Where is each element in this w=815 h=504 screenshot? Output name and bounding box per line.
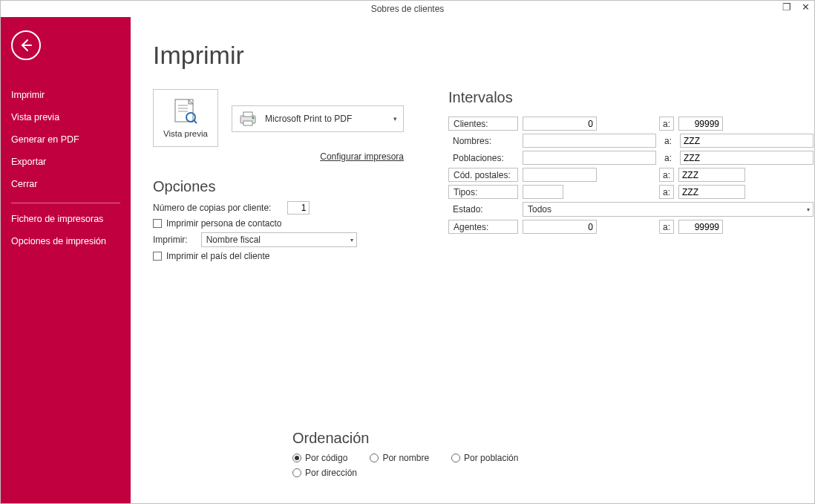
orden-direccion-label: Por dirección: [305, 468, 357, 478]
orden-row-2: Por dirección: [292, 468, 792, 478]
nombres-label: Nombres:: [448, 136, 518, 146]
sidebar-item-label: Vista previa: [11, 112, 59, 122]
radio-icon: [370, 454, 379, 462]
agentes-to-input[interactable]: [678, 220, 723, 234]
print-country-label: Imprimir el país del cliente: [166, 251, 269, 261]
poblaciones-label: Poblaciones:: [448, 153, 518, 163]
copies-input[interactable]: [287, 201, 310, 215]
svg-line-6: [194, 120, 197, 123]
sidebar-item-label: Fichero de impresoras: [11, 214, 103, 224]
sidebar-item-fichero-impresoras[interactable]: Fichero de impresoras: [11, 208, 120, 230]
orden-poblacion[interactable]: Por población: [451, 453, 518, 463]
print-country-row: Imprimir el país del cliente: [153, 251, 404, 261]
iv-row-poblaciones: Poblaciones: a:: [448, 151, 814, 165]
chevron-down-icon: ▾: [393, 115, 397, 122]
window-title: Sobres de clientes: [371, 4, 445, 14]
sidebar-item-opciones-impresion[interactable]: Opciones de impresión: [11, 230, 120, 252]
clientes-a-button[interactable]: a:: [659, 117, 674, 131]
codpost-to-input[interactable]: [678, 168, 745, 182]
agentes-label-button[interactable]: Agentes:: [448, 220, 518, 234]
back-button[interactable]: [11, 30, 41, 60]
tipos-to-input[interactable]: [678, 185, 745, 199]
main-panel: Imprimir: [131, 17, 814, 503]
window-controls: ❐ ✕: [782, 2, 810, 12]
titlebar: Sobres de clientes ❐ ✕: [1, 1, 814, 17]
tipos-label-button[interactable]: Tipos:: [448, 185, 518, 199]
print-field-select[interactable]: Nombre fiscal ▾: [201, 232, 357, 247]
clientes-from-input[interactable]: [523, 117, 597, 131]
print-contact-row: Imprimir persona de contacto: [153, 218, 404, 229]
ordenacion-heading: Ordenación: [292, 430, 792, 447]
sidebar-item-exportar[interactable]: Exportar: [11, 151, 120, 173]
codpost-label: Cód. postales:: [454, 170, 511, 180]
print-country-checkbox[interactable]: [153, 252, 162, 261]
codpost-label-button[interactable]: Cód. postales:: [448, 168, 518, 182]
body: Imprimir Vista previa Generar en PDF Exp…: [1, 17, 814, 503]
clientes-to-input[interactable]: [678, 117, 723, 131]
clientes-label: Clientes:: [454, 119, 488, 129]
sidebar-item-label: Imprimir: [11, 90, 45, 100]
intervalos-column: Intervalos Clientes: a: Nombres: a:: [448, 89, 814, 237]
a-label: a:: [661, 153, 675, 163]
sidebar-item-imprimir[interactable]: Imprimir: [11, 84, 120, 106]
sidebar: Imprimir Vista previa Generar en PDF Exp…: [1, 17, 131, 503]
iv-row-tipos: Tipos: a:: [448, 185, 814, 199]
close-icon[interactable]: ✕: [802, 2, 810, 12]
nombres-to-input[interactable]: [680, 134, 814, 148]
page-title: Imprimir: [153, 41, 792, 70]
print-contact-checkbox[interactable]: [153, 219, 162, 228]
codpost-a-button[interactable]: a:: [659, 168, 674, 182]
sidebar-divider: [11, 203, 120, 203]
tipos-a-button[interactable]: a:: [659, 185, 674, 199]
a-label: a:: [663, 187, 670, 197]
vista-previa-label: Vista previa: [163, 129, 208, 138]
agentes-from-input[interactable]: [523, 220, 597, 234]
sidebar-item-cerrar[interactable]: Cerrar: [11, 173, 120, 195]
sidebar-item-label: Cerrar: [11, 179, 37, 189]
chevron-down-icon: ▾: [807, 206, 810, 213]
clientes-label-button[interactable]: Clientes:: [448, 117, 518, 131]
iv-row-agentes: Agentes: a:: [448, 220, 814, 234]
document-preview-icon: [173, 98, 198, 126]
sidebar-item-label: Generar en PDF: [11, 134, 79, 145]
copies-label: Número de copias por cliente:: [153, 203, 271, 213]
poblaciones-to-input[interactable]: [680, 151, 814, 165]
printer-block: Microsoft Print to PDF ▾: [232, 89, 404, 132]
configure-printer-label: Configurar impresora: [320, 151, 404, 162]
radio-icon: [292, 454, 301, 462]
orden-nombre[interactable]: Por nombre: [370, 453, 429, 463]
svg-point-10: [252, 117, 255, 120]
orden-nombre-label: Por nombre: [382, 453, 429, 463]
maximize-icon[interactable]: ❐: [782, 2, 791, 12]
printer-icon: [238, 111, 258, 127]
orden-codigo[interactable]: Por código: [292, 453, 347, 463]
nombres-from-input[interactable]: [523, 134, 656, 148]
intervalos-heading: Intervalos: [448, 89, 814, 106]
ordenacion-block: Ordenación Por código Por nombre Por pob…: [292, 430, 792, 482]
agentes-label: Agentes:: [454, 222, 488, 232]
a-label: a:: [663, 222, 670, 232]
orden-poblacion-label: Por población: [464, 453, 518, 463]
radio-icon: [451, 454, 460, 462]
preview-row: Vista previa Microsoft Print to: [153, 89, 404, 147]
upper-columns: Vista previa Microsoft Print to: [153, 89, 792, 265]
a-label: a:: [663, 170, 670, 180]
poblaciones-from-input[interactable]: [523, 151, 656, 165]
print-field-row: Imprimir: Nombre fiscal ▾: [153, 232, 404, 247]
estado-select[interactable]: Todos ▾: [523, 202, 814, 217]
iv-row-clientes: Clientes: a:: [448, 117, 814, 131]
printer-select[interactable]: Microsoft Print to PDF ▾: [232, 105, 404, 132]
print-contact-label: Imprimir persona de contacto: [166, 218, 281, 229]
configure-printer-link[interactable]: Configurar impresora: [153, 151, 404, 162]
estado-value: Todos: [528, 204, 551, 215]
iv-row-codpost: Cód. postales: a:: [448, 168, 814, 182]
vista-previa-button[interactable]: Vista previa: [153, 89, 218, 147]
sidebar-item-generar-pdf[interactable]: Generar en PDF: [11, 128, 120, 151]
orden-row-1: Por código Por nombre Por población: [292, 453, 792, 463]
orden-direccion[interactable]: Por dirección: [292, 468, 357, 478]
sidebar-item-vista-previa[interactable]: Vista previa: [11, 106, 120, 128]
tipos-from-input[interactable]: [523, 185, 563, 199]
copies-row: Número de copias por cliente:: [153, 201, 404, 215]
codpost-from-input[interactable]: [523, 168, 597, 182]
agentes-a-button[interactable]: a:: [659, 220, 674, 234]
